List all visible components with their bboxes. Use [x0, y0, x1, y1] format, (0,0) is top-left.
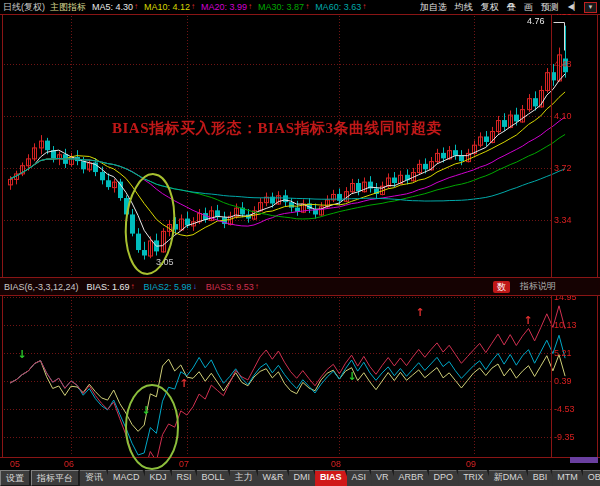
period-label[interactable]: 日线(复权): [3, 0, 45, 14]
bias-value-text: BIAS2: 5.98: [144, 282, 192, 292]
indicator-tab[interactable]: RSI: [172, 470, 201, 486]
trend-arrow-icon: ↑: [255, 282, 259, 291]
ma-value: MA30: 3.87↑: [258, 0, 309, 14]
indicator-tab[interactable]: 主力: [230, 470, 262, 486]
bias-axis-label: 0.39: [554, 376, 598, 386]
bias-value: BIAS: 1.69↑: [87, 282, 135, 292]
trend-up-arrow-icon: ↑: [191, 0, 195, 14]
trend-arrow-icon: ↑: [131, 282, 135, 291]
ma-text: MA10: 4.12: [144, 0, 190, 14]
price-axis-label: 4.10: [554, 111, 598, 121]
trend-arrow-icon: ↓: [193, 282, 197, 291]
trend-up-arrow-icon: ↑: [134, 0, 138, 14]
date-axis-label: 07: [179, 459, 189, 469]
date-axis-label: 08: [331, 459, 341, 469]
indicator-tab[interactable]: MTM: [552, 470, 587, 486]
toolbar-button[interactable]: 均线: [455, 0, 473, 14]
ma-text: MA30: 3.87: [258, 0, 304, 14]
ma-values: MA5: 4.30↑MA10: 4.12↑MA20: 3.99↑MA30: 3.…: [92, 0, 366, 14]
indicator-tab[interactable]: DMI: [289, 470, 320, 486]
toolbar: 加自选均线复权叠画预测: [420, 0, 559, 14]
dropdown-button[interactable]: ▼: [584, 2, 597, 13]
bias-value: BIAS2: 5.98↓: [144, 282, 197, 292]
chart-canvas[interactable]: [0, 0, 600, 486]
bias-header: BIAS(6,-3,3,12,24) BIAS: 1.69↑BIAS2: 5.9…: [0, 277, 600, 296]
main-indicator-label[interactable]: 主图指标: [50, 0, 86, 14]
ma-value: MA60: 3.63↑: [315, 0, 366, 14]
indicator-tab[interactable]: 新DMA: [489, 470, 532, 486]
indicator-tab[interactable]: BIAS: [315, 470, 351, 486]
chevron-down-icon: ▼: [588, 4, 594, 10]
chart-annotation: BIAS指标买入形态：BIAS指标3条曲线同时超卖: [112, 119, 442, 138]
toolbar-button[interactable]: 叠: [507, 0, 516, 14]
bias-axis-label: 10.13: [554, 320, 598, 330]
price-axis-label: 3.34: [554, 215, 598, 225]
bias-values: BIAS: 1.69↑BIAS2: 5.98↓BIAS3: 9.53↑: [87, 282, 259, 292]
price-axis-label: 4.48: [554, 59, 598, 69]
indicator-tab[interactable]: MACD: [108, 470, 149, 486]
toolbar-button[interactable]: 预测: [541, 0, 559, 14]
param-button[interactable]: 数: [493, 281, 510, 293]
price-axis-label: 3.72: [554, 163, 598, 173]
panel-tab[interactable]: 指标平台: [31, 470, 79, 486]
bias-axis-label: -4.53: [554, 404, 598, 414]
trend-up-arrow-icon: ↑: [362, 0, 366, 14]
ma-text: MA5: 4.30: [92, 0, 133, 14]
indicator-tab[interactable]: W&R: [258, 470, 293, 486]
indicator-help-link[interactable]: 指标说明: [520, 280, 556, 293]
ma-value: MA20: 3.99↑: [201, 0, 252, 14]
top-bar: 日线(复权) 主图指标 MA5: 4.30↑MA10: 4.12↑MA20: 3…: [0, 0, 600, 14]
toolbar-button[interactable]: 复权: [481, 0, 499, 14]
bias-value: BIAS3: 9.53↑: [206, 282, 259, 292]
bias-header-right: 数 指标说明: [493, 280, 556, 293]
indicator-tab[interactable]: TRIX: [458, 470, 493, 486]
indicator-tab[interactable]: DPO: [429, 470, 463, 486]
low-price-label: 3.05: [156, 257, 174, 267]
price-callout-label: 4.76: [527, 16, 545, 26]
bottom-tab-bar: 设置指标平台资讯MACDKDJRSIBOLL主力W&RDMIBIASASIVRA…: [0, 470, 600, 486]
watermark-badge: [570, 457, 598, 463]
bias-axis-label: 5.21: [554, 348, 598, 358]
trend-up-arrow-icon: ↑: [305, 0, 309, 14]
indicator-tab[interactable]: BOLL: [197, 470, 234, 486]
indicator-tab[interactable]: BBI: [528, 470, 557, 486]
indicator-tab[interactable]: ARBR: [394, 470, 433, 486]
ma-text: MA20: 3.99: [201, 0, 247, 14]
indicator-tab[interactable]: 资讯: [80, 470, 112, 486]
bias-indicator-title[interactable]: BIAS(6,-3,3,12,24): [4, 282, 79, 292]
collapse-panel-icon[interactable]: ◀▏: [568, 0, 580, 14]
indicator-tab[interactable]: OBV: [583, 470, 600, 486]
ma-value: MA10: 4.12↑: [144, 0, 195, 14]
panel-tab[interactable]: 设置: [0, 470, 30, 486]
ma-text: MA60: 3.63: [315, 0, 361, 14]
bias-value-text: BIAS3: 9.53: [206, 282, 254, 292]
date-axis-label: 06: [64, 459, 74, 469]
ma-value: MA5: 4.30↑: [92, 0, 138, 14]
toolbar-button[interactable]: 加自选: [420, 0, 447, 14]
app-window: 日线(复权) 主图指标 MA5: 4.30↑MA10: 4.12↑MA20: 3…: [0, 0, 600, 486]
bias-axis-label: -9.35: [554, 432, 598, 442]
bias-value-text: BIAS: 1.69: [87, 282, 130, 292]
indicator-tab[interactable]: ASI: [347, 470, 376, 486]
indicator-tab[interactable]: KDJ: [145, 470, 176, 486]
toolbar-button[interactable]: 画: [524, 0, 533, 14]
date-axis-label: 09: [466, 459, 476, 469]
date-axis-label: 05: [10, 459, 20, 469]
trend-up-arrow-icon: ↑: [248, 0, 252, 14]
